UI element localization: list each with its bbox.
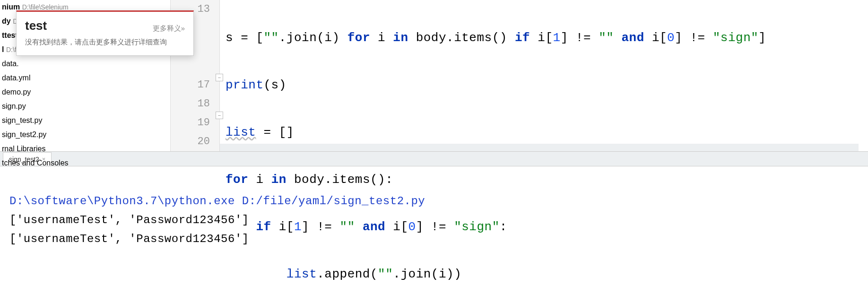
file-item[interactable]: sign_test.py [0,113,170,128]
file-item[interactable]: data.yml [0,71,170,85]
popup-body: 没有找到结果，请点击更多释义进行详细查询 [17,38,193,55]
file-item[interactable]: sign.py [0,99,170,113]
line-number[interactable]: 20 [171,132,219,151]
external-libraries[interactable]: rnal Libraries [0,142,170,156]
console-line: ['usernameTest', 'Password123456'] [9,233,249,245]
main-split: nium D:\file\Selenium dy D:\file\Study t… [0,0,868,151]
file-item[interactable]: data. [0,57,170,71]
line-number[interactable]: 19 [171,113,219,132]
code-line[interactable]: print(s) [226,76,868,95]
file-item[interactable]: sign_test2.py [0,128,170,142]
popup-title: test [25,18,47,33]
line-number[interactable]: 17 [171,76,219,95]
code-line[interactable]: list.append("".join(i)) [226,265,868,284]
code-line[interactable]: s = ["".join(i) for i in body.items() if… [226,28,868,47]
console-line: ['usernameTest', 'Password123456'] [9,214,249,226]
line-number[interactable] [171,57,219,76]
editor-scrollbar[interactable] [220,144,859,151]
project-sidebar[interactable]: nium D:\file\Selenium dy D:\file\Study t… [0,0,170,151]
scratches-consoles[interactable]: tches and Consoles [0,156,170,170]
file-item[interactable]: demo.py [0,85,170,99]
more-definitions-link[interactable]: 更多释义» [153,24,185,33]
code-line[interactable]: list = [] [226,123,868,142]
code-line[interactable]: for i in body.items(): [226,170,868,189]
code-line[interactable]: if i[1] != "" and i[0] != "sign": [226,217,868,236]
code-editor[interactable]: s = ["".join(i) for i in body.items() if… [220,0,868,151]
line-number[interactable]: 18 [171,95,219,113]
dictionary-popup: test 更多释义» 没有找到结果，请点击更多释义进行详细查询 [16,10,194,56]
